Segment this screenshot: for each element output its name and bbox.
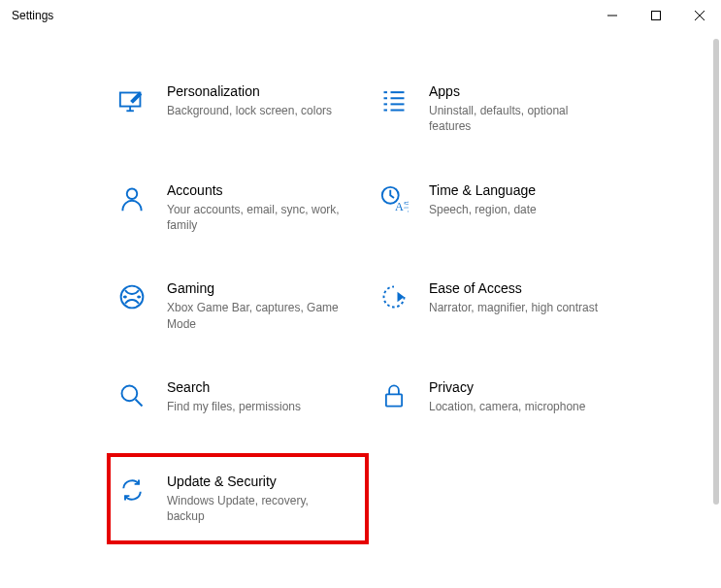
item-title: Apps [429,82,604,100]
settings-grid: Personalization Background, lock screen,… [0,75,721,544]
svg-text:A字: A字 [395,200,409,213]
item-desc: Speech, region, date [429,202,537,217]
svg-rect-21 [386,394,402,406]
window-title: Settings [12,9,53,22]
item-title: Update & Security [167,473,342,490]
settings-item-ease-of-access[interactable]: Ease of Access Narrator, magnifier, high… [369,272,631,340]
personalization-icon [116,84,147,115]
settings-item-gaming[interactable]: Gaming Xbox Game Bar, captures, Game Mod… [107,272,369,340]
svg-rect-1 [651,12,660,20]
close-button[interactable] [677,0,721,31]
settings-item-accounts[interactable]: Accounts Your accounts, email, sync, wor… [107,174,369,242]
item-title: Time & Language [429,181,537,199]
item-desc: Uninstall, defaults, optional features [429,103,604,134]
settings-item-update-security[interactable]: Update & Security Windows Update, recove… [107,453,369,544]
item-desc: Narrator, magnifier, high contrast [429,300,598,315]
item-desc: Find my files, permissions [167,399,301,414]
svg-line-20 [136,399,143,406]
titlebar: Settings [0,0,721,31]
settings-item-personalization[interactable]: Personalization Background, lock screen,… [107,75,369,143]
maximize-icon [651,11,661,20]
search-icon [116,380,147,411]
item-title: Ease of Access [429,279,598,297]
accounts-icon [116,183,147,214]
item-title: Privacy [429,378,585,396]
item-desc: Location, camera, microphone [429,399,585,414]
item-desc: Xbox Game Bar, captures, Game Mode [167,300,342,331]
apps-icon [378,84,410,115]
svg-point-15 [127,188,138,199]
maximize-button[interactable] [634,0,677,31]
minimize-button[interactable] [590,0,634,31]
window-controls [590,0,721,31]
privacy-icon [378,380,410,411]
settings-content: Personalization Background, lock screen,… [0,31,721,544]
item-desc: Your accounts, email, sync, work, family [167,202,342,233]
vertical-scrollbar[interactable] [713,39,719,505]
item-title: Search [167,378,301,396]
item-title: Gaming [167,279,342,297]
settings-item-time-language[interactable]: A字 Time & Language Speech, region, date [369,174,631,242]
settings-item-privacy[interactable]: Privacy Location, camera, microphone [369,371,631,422]
svg-point-19 [122,385,138,401]
update-security-icon [116,474,147,506]
minimize-icon [607,11,617,20]
settings-item-apps[interactable]: Apps Uninstall, defaults, optional featu… [369,75,631,143]
item-desc: Background, lock screen, colors [167,103,332,118]
item-title: Personalization [167,82,332,100]
item-desc: Windows Update, recovery, backup [167,493,342,524]
close-icon [695,11,705,20]
item-title: Accounts [167,181,342,199]
ease-of-access-icon [378,281,410,312]
time-language-icon: A字 [378,183,410,214]
settings-item-search[interactable]: Search Find my files, permissions [107,371,369,422]
gaming-icon [116,281,147,312]
